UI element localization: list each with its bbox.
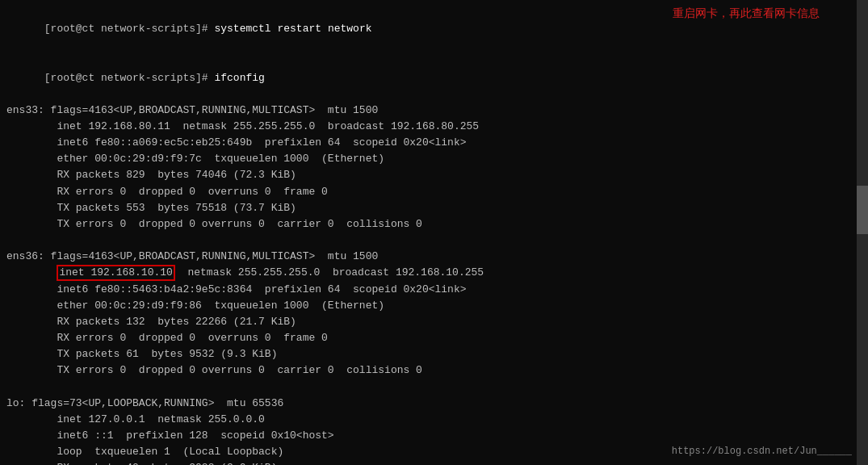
ens33-inet6: inet6 fe80::a069:ec5c:eb25:649b prefixle… [6, 135, 862, 151]
lo-flags: lo: flags=73<UP,LOOPBACK,RUNNING> mtu 65… [6, 396, 862, 412]
annotation-text: 重启网卡，再此查看网卡信息 [673, 6, 820, 21]
ens36-rx-packets: RX packets 132 bytes 22266 (21.7 KiB) [6, 314, 862, 330]
terminal-window: 重启网卡，再此查看网卡信息 [root@ct network-scripts]#… [0, 0, 868, 465]
ens33-rx-errors: RX errors 0 dropped 0 overruns 0 frame 0 [6, 184, 862, 200]
scrollbar[interactable] [857, 0, 868, 465]
ens36-inet6: inet6 fe80::5463:b4a2:9e5c:8364 prefixle… [6, 282, 862, 298]
highlighted-ip: inet 192.168.10.10 [57, 265, 174, 281]
command-line-2: [root@ct network-scripts]# ifconfig [6, 53, 862, 102]
ens33-tx-errors: TX errors 0 dropped 0 overruns 0 carrier… [6, 216, 862, 232]
ens36-ether: ether 00:0c:29:d9:f9:86 txqueuelen 1000 … [6, 298, 862, 314]
cmd-1: systemctl restart network [208, 23, 372, 35]
scrollbar-thumb[interactable] [857, 186, 868, 234]
ens36-rx-errors: RX errors 0 dropped 0 overruns 0 frame 0 [6, 330, 862, 346]
ens36-tx-errors: TX errors 0 dropped 0 overruns 0 carrier… [6, 362, 862, 379]
blank-1 [6, 232, 862, 249]
ens36-tx-packets: TX packets 61 bytes 9532 (9.3 KiB) [6, 346, 862, 362]
prompt-2: [root@ct network-scripts]# [44, 72, 208, 84]
ens33-flags: ens33: flags=4163<UP,BROADCAST,RUNNING,M… [6, 103, 862, 119]
ens33-rx-packets: RX packets 829 bytes 74046 (72.3 KiB) [6, 167, 862, 183]
ens36-flags: ens36: flags=4163<UP,BROADCAST,RUNNING,M… [6, 249, 862, 265]
lo-rx-packets: RX packets 40 bytes 3088 (3.0 KiB) [6, 460, 862, 465]
blank-2 [6, 379, 862, 395]
lo-inet6: inet6 ::1 prefixlen 128 scopeid 0x10<hos… [6, 428, 862, 444]
terminal-output: [root@ct network-scripts]# systemctl res… [6, 5, 862, 465]
ens33-ether: ether 00:0c:29:d9:f9:7c txqueuelen 1000 … [6, 151, 862, 167]
lo-inet: inet 127.0.0.1 netmask 255.0.0.0 [6, 412, 862, 428]
cmd-2: ifconfig [208, 72, 265, 84]
ens33-inet: inet 192.168.80.11 netmask 255.255.255.0… [6, 119, 862, 135]
footer-link: https://blog.csdn.net/Jun______ [672, 446, 852, 457]
ens36-inet-line: inet 192.168.10.10 netmask 255.255.255.0… [6, 265, 862, 281]
prompt-1: [root@ct network-scripts]# [44, 23, 208, 35]
ens33-tx-packets: TX packets 553 bytes 75518 (73.7 KiB) [6, 200, 862, 216]
